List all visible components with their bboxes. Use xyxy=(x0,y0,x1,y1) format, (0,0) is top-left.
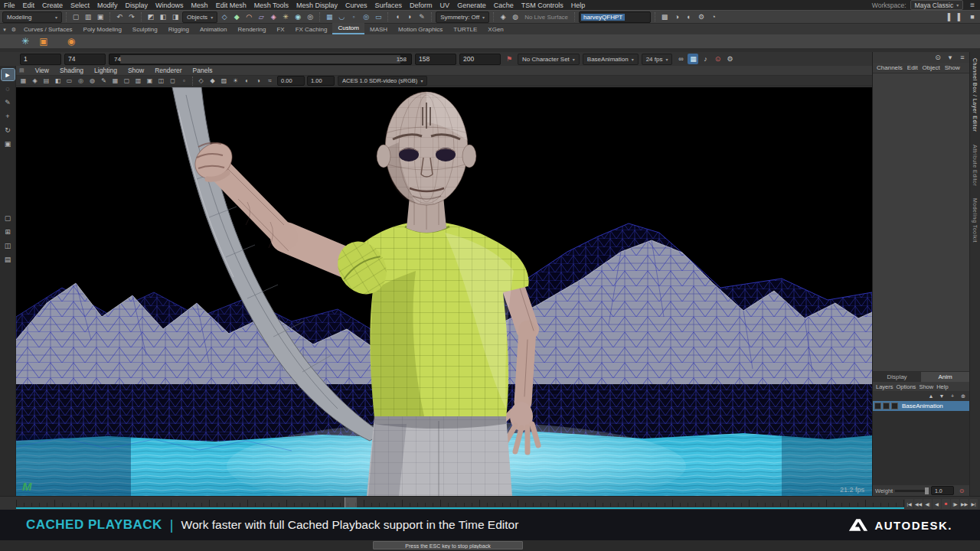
mask-joints-icon[interactable]: ◆ xyxy=(231,11,242,22)
live-surface-icon[interactable]: ◍ xyxy=(510,11,521,22)
side-tab-attribute-editor[interactable]: Attribute Editor xyxy=(972,145,978,186)
gate-mask-icon[interactable]: ▣ xyxy=(145,77,155,86)
safe-title-icon[interactable]: ▫ xyxy=(179,77,189,86)
layer-tab-anim[interactable]: Anim xyxy=(921,372,969,382)
menu-edit[interactable]: Edit xyxy=(19,2,39,9)
grid-icon[interactable]: ▦ xyxy=(110,77,120,86)
weight-slider[interactable] xyxy=(895,490,929,492)
animation-preferences-icon[interactable]: ⚙ xyxy=(724,54,735,64)
ipr-render-icon[interactable]: ◐ xyxy=(684,11,694,22)
shelf-tab-poly-modeling[interactable]: Poly Modeling xyxy=(78,24,127,34)
select-tool-icon[interactable]: ► xyxy=(2,69,15,80)
toggle-panels-icon[interactable]: ▌ xyxy=(955,11,965,22)
construction-history-icon[interactable]: ✎ xyxy=(416,11,427,22)
layer-solo-toggle[interactable] xyxy=(883,403,890,409)
menu-windows[interactable]: Windows xyxy=(152,2,188,9)
menu-mesh-display[interactable]: Mesh Display xyxy=(292,2,341,9)
select-hierarchy-icon[interactable]: ◩ xyxy=(145,11,156,22)
paint-select-tool-icon[interactable]: ✎ xyxy=(2,96,15,108)
save-scene-icon[interactable]: ▣ xyxy=(95,11,106,22)
snap-point-icon[interactable]: ◦ xyxy=(348,11,359,22)
shaded-mode-icon[interactable]: ◆ xyxy=(207,77,217,86)
channel-box-menu-edit[interactable]: Edit xyxy=(906,64,920,71)
render-settings-icon[interactable]: ⚙ xyxy=(696,11,707,22)
panel-grip-icon[interactable]: ▤ xyxy=(19,67,24,73)
fps-selector[interactable]: 24 fps ▾ xyxy=(642,54,673,65)
weight-slider-handle[interactable] xyxy=(925,487,929,494)
textured-mode-icon[interactable]: ▨ xyxy=(219,77,229,86)
snap-grid-icon[interactable]: ▦ xyxy=(324,11,335,22)
workspace-selector[interactable]: Maya Classic ▾ xyxy=(910,0,964,10)
input-connections-icon[interactable]: ◖ xyxy=(392,11,403,22)
shelf-gear-icon[interactable]: ⚙ xyxy=(9,27,18,34)
panel-menu-panels[interactable]: Panels xyxy=(188,67,217,74)
render-current-frame-icon[interactable]: ◑ xyxy=(671,11,682,22)
exposure-field[interactable]: 0.00 xyxy=(277,76,305,86)
rotate-tool-icon[interactable]: ↻ xyxy=(2,124,15,135)
shelf-menu-icon[interactable]: ▾ xyxy=(0,27,9,34)
range-bookmark-icon[interactable]: ⚑ xyxy=(504,54,514,64)
occlusion-icon[interactable]: ◑ xyxy=(253,77,263,86)
layout-four-pane-button[interactable]: ⊞ xyxy=(2,226,15,237)
safe-action-icon[interactable]: ◻ xyxy=(168,77,178,86)
shelf-tab-mash[interactable]: MASH xyxy=(364,24,393,34)
shelf-orange-tool-icon-1[interactable]: ▣ xyxy=(35,35,52,47)
shelf-tab-rendering[interactable]: Rendering xyxy=(232,24,271,34)
make-live-icon[interactable]: ◈ xyxy=(498,11,508,22)
shelf-tab-rigging[interactable]: Rigging xyxy=(163,24,194,34)
select-object-icon[interactable]: ◧ xyxy=(158,11,168,22)
range-slider[interactable]: 74 158 xyxy=(109,54,412,65)
go-to-start-button[interactable]: |◀ xyxy=(905,499,913,509)
shelf-tab-animation[interactable]: Animation xyxy=(194,24,233,34)
menu-mesh-tools[interactable]: Mesh Tools xyxy=(250,2,292,9)
layer-lock-toggle[interactable] xyxy=(891,403,898,409)
move-tool-icon[interactable]: + xyxy=(2,110,15,122)
menu-generate[interactable]: Generate xyxy=(453,2,490,9)
time-slider[interactable]: |◀◀◀◀|◀■|▶▶▶▶| xyxy=(0,496,980,510)
window-menu-icon[interactable]: ≡ xyxy=(967,1,978,9)
shelf-tab-custom[interactable]: Custom xyxy=(332,23,364,34)
shelf-tab-xgen[interactable]: XGen xyxy=(482,24,508,34)
layer-tab-display[interactable]: Display xyxy=(873,372,921,382)
channel-box-menu-channels[interactable]: Channels xyxy=(875,64,904,71)
layer-up-icon[interactable]: ▲ xyxy=(926,392,936,401)
layer-row[interactable]: BaseAnimation xyxy=(873,401,969,411)
layer-down-icon[interactable]: ▼ xyxy=(937,392,946,401)
image-plane-icon[interactable]: ▭ xyxy=(64,77,74,86)
film-gate-icon[interactable]: ▢ xyxy=(122,77,132,86)
weight-key-icon[interactable]: ⊙ xyxy=(956,485,967,496)
wireframe-mode-icon[interactable]: ◇ xyxy=(196,77,206,86)
shelf-tab-fx-caching[interactable]: FX Caching xyxy=(290,24,333,34)
motion-blur-icon[interactable]: ≈ xyxy=(265,77,275,86)
menu-uv[interactable]: UV xyxy=(436,2,454,9)
animation-end-field[interactable]: 200 xyxy=(459,54,501,65)
color-space-selector[interactable]: ACES 1.0 SDR-video (sRGB) ▾ xyxy=(338,76,427,86)
panel-menu-view[interactable]: View xyxy=(31,67,54,74)
output-connections-icon[interactable]: ◗ xyxy=(404,11,415,22)
2d-pan-zoom-icon[interactable]: ◎ xyxy=(76,77,86,86)
new-scene-icon[interactable]: ▢ xyxy=(70,11,81,22)
resolution-gate-icon[interactable]: ▥ xyxy=(133,77,143,86)
shelf-tab-fx[interactable]: FX xyxy=(271,24,289,34)
menu-curves[interactable]: Curves xyxy=(341,2,371,9)
shelf-tab-motion-graphics[interactable]: Motion Graphics xyxy=(393,24,448,34)
undo-icon[interactable]: ↶ xyxy=(114,11,125,22)
toggle-full-view-icon[interactable]: ■ xyxy=(967,11,978,22)
panel-menu-renderer[interactable]: Renderer xyxy=(150,67,186,74)
launch-application-icon[interactable]: ◔ xyxy=(708,11,719,22)
scale-tool-icon[interactable]: ▣ xyxy=(2,138,15,149)
anim-layer-selector[interactable]: BaseAnimation ▾ xyxy=(583,54,639,65)
channel-box-menu-show[interactable]: Show xyxy=(943,64,962,71)
mask-handles-icon[interactable]: ◇ xyxy=(219,11,230,22)
panel-menu-show[interactable]: Show xyxy=(123,67,149,74)
menu-modify[interactable]: Modify xyxy=(93,2,122,9)
channel-box-body[interactable] xyxy=(873,73,969,372)
layer-menu-show[interactable]: Show xyxy=(919,383,933,390)
shelf-curve-tool-icon[interactable]: ✳ xyxy=(17,35,34,47)
selection-mask-selector[interactable]: Objects ▾ xyxy=(182,11,217,23)
field-chart-icon[interactable]: ◫ xyxy=(156,77,166,86)
create-empty-layer-icon[interactable]: + xyxy=(948,392,957,401)
collapse-panel-icon[interactable]: ▾ xyxy=(945,52,956,63)
menu-mesh[interactable]: Mesh xyxy=(188,2,212,9)
play-backwards-button[interactable]: ◀ xyxy=(933,499,941,509)
